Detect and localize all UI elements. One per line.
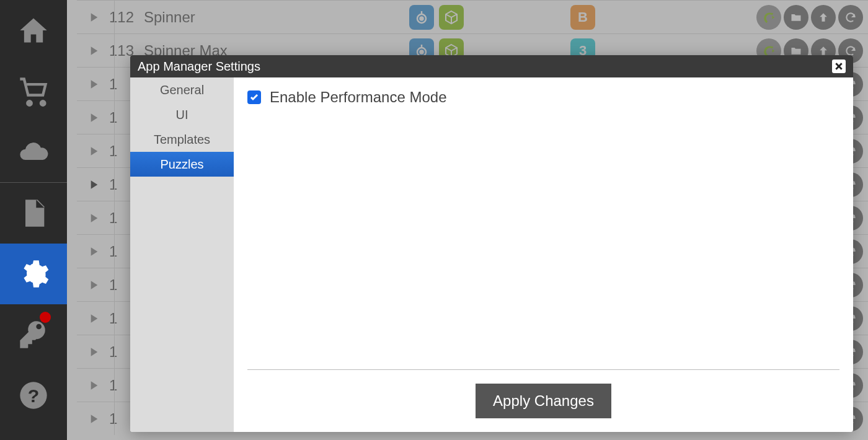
notification-dot (40, 312, 51, 323)
play-icon (89, 347, 99, 357)
row-actions (732, 5, 868, 30)
close-icon (835, 62, 843, 71)
action-upload[interactable] (811, 5, 836, 30)
dialog-separator (247, 369, 839, 370)
svg-point-0 (27, 101, 32, 105)
sidebar-item-help[interactable]: ? (0, 365, 67, 426)
row-platform-badges: B (570, 5, 732, 30)
letter-badge: B (570, 5, 595, 30)
sidebar-item-license[interactable] (0, 304, 67, 365)
expand-toggle[interactable] (82, 46, 107, 56)
action-refresh[interactable] (838, 5, 863, 30)
action-deploy[interactable] (756, 5, 781, 30)
play-icon (89, 46, 99, 56)
settings-dialog: App Manager Settings General UI Template… (130, 55, 853, 432)
dialog-nav-templates[interactable]: Templates (130, 127, 234, 152)
cube-badge-icon (439, 5, 464, 30)
action-folder[interactable] (784, 5, 808, 30)
main-sidebar: ? (0, 0, 67, 440)
play-icon (89, 213, 99, 223)
sidebar-item-settings[interactable] (0, 244, 67, 304)
gear-icon (17, 258, 50, 290)
sidebar-item-cloud[interactable] (0, 121, 67, 182)
dialog-nav-general[interactable]: General (130, 77, 234, 102)
play-icon (89, 280, 99, 290)
check-icon (249, 92, 259, 102)
help-icon: ? (17, 379, 50, 411)
column-separator (114, 0, 115, 435)
dialog-close-button[interactable] (832, 59, 846, 73)
sidebar-item-store[interactable] (0, 61, 67, 121)
svg-point-7 (420, 50, 423, 53)
dialog-nav: General UI Templates Puzzles (130, 77, 234, 432)
nav-label: General (160, 83, 204, 97)
play-icon (89, 414, 99, 424)
folder-icon (790, 11, 802, 24)
sidebar-item-home[interactable] (0, 0, 67, 61)
row-name: Spinner (144, 9, 409, 26)
play-icon (89, 180, 99, 190)
table-row[interactable]: 112 Spinner B (77, 0, 868, 33)
up-arrow-icon (817, 11, 830, 24)
nav-label: UI (176, 108, 188, 122)
play-icon (89, 79, 99, 89)
option-performance-mode: Enable Performance Mode (247, 89, 839, 106)
play-icon (89, 113, 99, 123)
svg-point-5 (420, 17, 423, 20)
performance-mode-label: Enable Performance Mode (270, 89, 447, 106)
play-icon (89, 381, 99, 390)
sidebar-item-files[interactable] (0, 183, 67, 244)
deploy-icon (762, 11, 776, 24)
svg-point-1 (41, 101, 45, 105)
play-icon (89, 314, 99, 323)
row-number: 112 (107, 9, 144, 26)
play-icon (89, 247, 99, 257)
expand-toggle[interactable] (82, 12, 107, 22)
nav-label: Templates (154, 133, 210, 147)
performance-mode-checkbox[interactable] (247, 90, 261, 104)
play-icon (89, 146, 99, 156)
document-icon (17, 197, 50, 229)
dialog-nav-puzzles[interactable]: Puzzles (130, 152, 234, 177)
cart-icon (17, 75, 50, 107)
key-icon (17, 319, 50, 351)
dialog-nav-ui[interactable]: UI (130, 102, 234, 127)
dialog-main: Enable Performance Mode Apply Changes (234, 77, 853, 432)
target-badge-icon (409, 5, 434, 30)
play-icon (89, 12, 99, 22)
row-engine-badges (409, 5, 570, 30)
apply-changes-button[interactable]: Apply Changes (476, 384, 611, 418)
cloud-icon (17, 136, 50, 168)
dialog-header: App Manager Settings (130, 55, 853, 77)
home-icon (17, 14, 50, 46)
nav-label: Puzzles (160, 157, 203, 172)
refresh-icon (844, 11, 857, 24)
svg-text:?: ? (28, 385, 40, 406)
dialog-title: App Manager Settings (138, 59, 260, 74)
